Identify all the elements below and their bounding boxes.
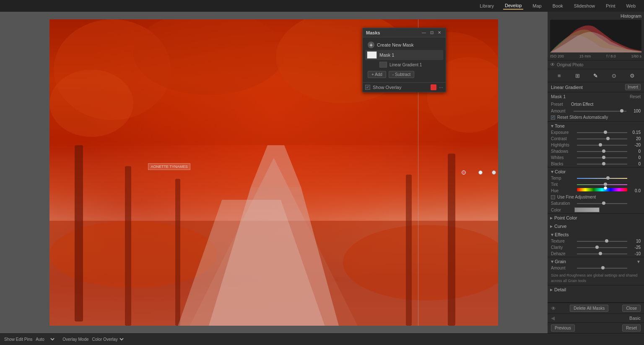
whites-slider[interactable]	[577, 157, 627, 158]
color-swatch[interactable]	[574, 207, 600, 212]
grain-amount-slider[interactable]	[577, 268, 627, 269]
detail-header[interactable]: ▶ Detail	[548, 285, 644, 294]
delete-all-masks-button[interactable]: Delete All Masks	[570, 305, 608, 312]
tone-section-header[interactable]: ▶ Tone	[548, 122, 644, 129]
saturation-thumb[interactable]	[602, 201, 605, 205]
tone-title-text: Tone	[555, 123, 565, 128]
right-panel-footer: 👁 Delete All Masks Close ◀ Basic Previou…	[548, 302, 644, 333]
temp-thumb[interactable]	[606, 176, 610, 180]
road-sign: AONETTE TYNAMES	[148, 163, 190, 170]
masks-close-button[interactable]: ✕	[436, 30, 442, 35]
contrast-thumb[interactable]	[606, 137, 610, 140]
subtract-mask-button[interactable]: - Subtract	[389, 71, 414, 78]
gradient-control-dots[interactable]	[462, 170, 496, 175]
tint-thumb[interactable]	[604, 183, 607, 186]
grain-dropdown-icon[interactable]: ▼	[636, 259, 641, 264]
svg-rect-7	[49, 221, 498, 326]
amount-label: Amount	[551, 109, 572, 113]
show-overlay-label[interactable]: Show Overlay	[373, 85, 428, 90]
contrast-slider[interactable]	[577, 139, 627, 139]
clarity-slider[interactable]	[577, 247, 627, 248]
gradient-dot-start[interactable]	[462, 170, 466, 175]
saturation-slider[interactable]	[577, 203, 627, 204]
fine-adjustment-checkbox[interactable]	[551, 195, 555, 199]
tool-icon-settings[interactable]: ⚙	[628, 71, 637, 80]
previous-button[interactable]: Previous	[551, 324, 575, 332]
blacks-thumb[interactable]	[602, 162, 605, 165]
whites-label: Whites	[551, 155, 575, 160]
linear-gradient-sub-item[interactable]: Linear Gradient 1	[365, 61, 443, 68]
basic-label: Basic	[629, 316, 641, 321]
tint-row: Tint	[548, 181, 644, 188]
menu-develop[interactable]: Develop	[503, 2, 523, 10]
masks-expand-button[interactable]: ⊡	[429, 30, 435, 35]
blacks-row: Blacks 0	[548, 161, 644, 167]
close-masks-button[interactable]: Close	[622, 305, 641, 312]
amount-slider[interactable]	[574, 111, 626, 112]
tool-icon-adjustments[interactable]: ≡	[555, 71, 564, 80]
menu-print[interactable]: Print	[604, 3, 617, 9]
blacks-slider[interactable]	[577, 164, 627, 165]
tint-slider[interactable]	[577, 184, 627, 185]
reset-sliders-checkbox[interactable]	[551, 115, 555, 120]
tool-icon-brush[interactable]: ✎	[591, 71, 600, 80]
point-color-header[interactable]: ▶ Point Color	[548, 214, 644, 222]
highlights-value: -20	[629, 143, 641, 147]
dehaze-thumb[interactable]	[599, 252, 602, 255]
masks-minimize-button[interactable]: —	[421, 30, 427, 35]
overlay-options-button[interactable]: ···	[439, 84, 443, 90]
menu-book[interactable]: Book	[551, 3, 565, 9]
show-overlay-checkbox[interactable]	[365, 85, 370, 90]
mask-item-1[interactable]: Mask 1	[365, 50, 443, 60]
mask-label: Mask 1	[551, 94, 566, 99]
menu-map[interactable]: Map	[531, 3, 543, 9]
show-edit-pins-label: Show Edit Pins	[4, 337, 32, 342]
add-mask-button[interactable]: + Add	[368, 71, 386, 78]
color-section-header[interactable]: ▶ Color	[548, 167, 644, 175]
highlights-slider[interactable]	[577, 145, 627, 146]
menu-web[interactable]: Web	[625, 3, 637, 9]
hue-thumb[interactable]	[604, 186, 607, 190]
tool-icon-curves[interactable]: ⊞	[573, 71, 582, 80]
left-panel-toggle-icon[interactable]: ◀	[551, 315, 555, 321]
hue-slider[interactable]	[577, 188, 627, 191]
preset-value[interactable]: Orton Effect	[571, 102, 593, 107]
overlay-color-swatch[interactable]	[431, 84, 436, 90]
effects-section-header[interactable]: ▶ Effects	[548, 230, 644, 238]
shadows-slider[interactable]	[577, 151, 627, 152]
amount-slider-thumb[interactable]	[620, 109, 623, 112]
original-photo-label[interactable]: 👁 Original Photo	[548, 60, 644, 69]
exposure-slider[interactable]	[577, 132, 627, 133]
curve-title: ▶ Curve	[550, 224, 566, 229]
tool-icon-healing[interactable]: ⊙	[610, 71, 619, 80]
right-panel: Histogram ISO 200 15 mm f /	[548, 12, 644, 333]
linear-gradient-thumbnail	[379, 62, 387, 68]
whites-thumb[interactable]	[602, 156, 605, 159]
invert-button[interactable]: Invert	[625, 84, 641, 90]
texture-slider[interactable]	[577, 241, 627, 242]
hue-row: Hue 0.0	[548, 188, 644, 194]
prev-reset-row: Previous Reset	[548, 322, 644, 333]
texture-thumb[interactable]	[605, 239, 608, 243]
curve-header[interactable]: ▶ Curve	[548, 222, 644, 230]
overlay-mode-select[interactable]: Color Overlay Highlight Luminance	[91, 337, 125, 342]
gradient-dot-end[interactable]	[492, 170, 496, 175]
temp-slider[interactable]	[577, 178, 627, 179]
create-new-mask-button[interactable]: + Create New Mask	[365, 40, 443, 50]
menu-library[interactable]: Library	[478, 3, 496, 9]
color-swatch-row: Color	[548, 206, 644, 213]
dehaze-slider[interactable]	[577, 254, 627, 254]
clarity-thumb[interactable]	[595, 246, 599, 249]
svg-point-5	[49, 70, 133, 137]
menu-slideshow[interactable]: Slideshow	[572, 3, 597, 9]
shadows-thumb[interactable]	[602, 149, 605, 153]
reset-button[interactable]: Reset	[622, 324, 641, 332]
exposure-thumb[interactable]	[604, 131, 607, 134]
grain-amount-thumb[interactable]	[601, 266, 605, 269]
gradient-dot-center[interactable]	[478, 170, 483, 175]
effects-section: ▶ Effects Texture 10 Clarity	[548, 230, 644, 257]
show-edit-pins-select[interactable]: Auto Always Never	[34, 337, 56, 342]
grain-section-header[interactable]: ▶ Grain ▼	[548, 257, 644, 265]
mask-reset-button[interactable]: Reset	[630, 94, 641, 99]
highlights-thumb[interactable]	[599, 143, 602, 146]
